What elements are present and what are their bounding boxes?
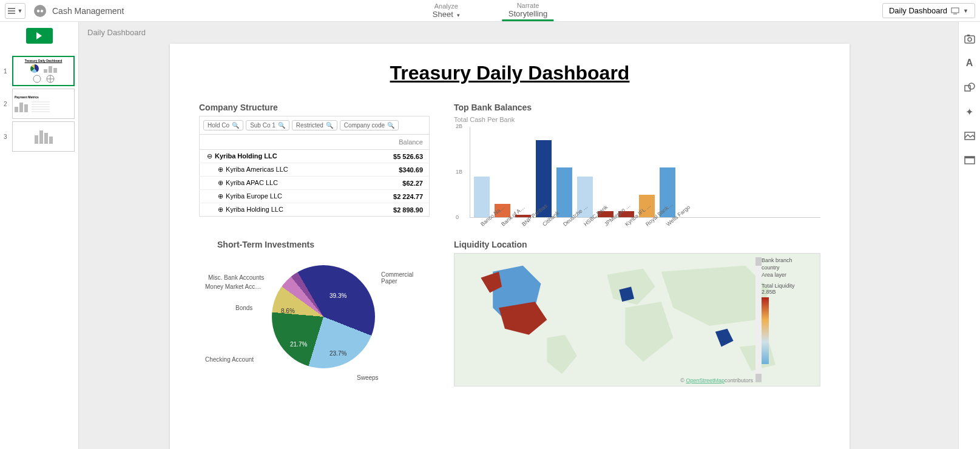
shapes-icon[interactable]: [964, 81, 976, 93]
top-bar: ▼ ●● Cash Management Analyze Sheet▾ Narr…: [0, 0, 980, 22]
search-icon: 🔍: [387, 122, 394, 129]
menu-button[interactable]: ▼: [5, 3, 25, 19]
company-structure-table: Balance ⊖ Kyriba Holding LLC$5 526.63⊕ K…: [199, 134, 430, 217]
tab-hint: Analyze: [434, 2, 458, 10]
tool-rail: A ✦: [958, 22, 980, 449]
pie-slice-pct: 21.7%: [290, 341, 307, 348]
expand-icon[interactable]: ⊕: [217, 166, 224, 174]
panel-subtitle: Total Cash Per Bank: [454, 116, 820, 123]
table-row[interactable]: ⊕ Kyriba Holding LLC$2 898.90: [200, 203, 430, 217]
chevron-down-icon: ▾: [457, 12, 460, 18]
slide-panel: 1 Treasury Daily Dashboard 2 Paymen: [0, 22, 79, 449]
slide-thumb-2[interactable]: Payment Metrics: [12, 89, 75, 119]
short-term-investments-panel: Short-Term Investments Commercial PaperS…: [199, 240, 430, 387]
svg-point-5: [968, 38, 972, 41]
pie-slice-label: Sweeps: [357, 374, 379, 381]
expand-icon[interactable]: ⊕: [217, 206, 224, 214]
collapse-icon[interactable]: ⊖: [206, 152, 213, 160]
pie-slice-label: Commercial Paper: [381, 271, 417, 285]
table-row[interactable]: ⊕ Kyriba Americas LLC$340.69: [200, 163, 430, 177]
pie-slice-label: Misc. Bank Accounts: [208, 274, 264, 281]
col-balance: Balance: [359, 135, 430, 150]
y-tick: 0: [456, 214, 459, 220]
bar-x-labels: Banco Na…Bank of A…BNP ParibasCitibankDe…: [470, 218, 820, 224]
filter-bar: Hold Co🔍 Sub Co 1🔍 Restricted🔍 Company c…: [199, 116, 430, 134]
search-icon: 🔍: [232, 122, 239, 129]
search-icon: 🔍: [278, 122, 285, 129]
y-tick: 2B: [456, 123, 462, 129]
svg-rect-4: [965, 36, 975, 43]
text-icon[interactable]: A: [964, 57, 976, 69]
filter-subco1[interactable]: Sub Co 1🔍: [246, 120, 289, 130]
pie-slice-label: Money Market Acc…: [205, 283, 261, 290]
expand-icon[interactable]: ⊕: [217, 192, 224, 200]
tab-hint: Narrate: [517, 2, 539, 9]
table-row[interactable]: ⊕ Kyriba APAC LLC$62.27: [200, 177, 430, 190]
bar[interactable]: [556, 167, 572, 218]
media-icon[interactable]: [964, 130, 976, 142]
map[interactable]: Bank branch country Area layer Total Liq…: [454, 253, 820, 387]
pie-slice-pct: 8.6%: [281, 308, 295, 314]
mode-tabs: Analyze Sheet▾ Narrate Storytelling: [427, 0, 553, 21]
slide-number: 3: [4, 133, 10, 140]
map-scrollbar[interactable]: [755, 257, 762, 382]
map-attribution: © OpenStreetMapcontributors: [680, 377, 753, 383]
filter-holdco[interactable]: Hold Co🔍: [203, 120, 243, 130]
bar[interactable]: [474, 177, 490, 218]
top-bank-balances-panel: Top Bank Balances Total Cash Per Bank 0 …: [454, 103, 820, 224]
tab-label: Storytelling: [509, 9, 547, 18]
company-structure-panel: Company Structure Hold Co🔍 Sub Co 1🔍 Res…: [199, 103, 430, 224]
pie-graphic: [272, 265, 375, 368]
svg-rect-11: [965, 157, 975, 158]
slide-thumb-3[interactable]: [12, 121, 75, 152]
slide-number: 1: [4, 68, 10, 75]
tab-analyze[interactable]: Analyze Sheet▾: [427, 0, 466, 21]
sheet-icon[interactable]: [964, 154, 976, 166]
panel-title: Short-Term Investments: [217, 240, 430, 249]
pie-slice-pct: 39.3%: [329, 292, 346, 299]
legend-gradient: [762, 297, 769, 364]
expand-icon[interactable]: ⊕: [217, 179, 224, 187]
play-button[interactable]: [26, 28, 53, 44]
svg-point-8: [968, 83, 975, 89]
svg-rect-6: [967, 35, 970, 36]
table-row[interactable]: ⊕ Kyriba Europe LLC$2 224.77: [200, 190, 430, 203]
chevron-down-icon: ▼: [18, 8, 23, 14]
present-icon: [951, 7, 959, 15]
pie-slice-pct: 23.7%: [329, 350, 346, 357]
y-tick: 1B: [456, 169, 462, 175]
pie-chart: Commercial PaperSweepsChecking AccountBo…: [199, 253, 417, 387]
page-title: Treasury Daily Dashboard: [199, 62, 820, 84]
search-icon: 🔍: [326, 122, 333, 129]
slide-number: 2: [4, 101, 10, 107]
tab-narrate[interactable]: Narrate Storytelling: [502, 0, 553, 21]
table-row[interactable]: ⊖ Kyriba Holding LLC$5 526.63: [200, 150, 430, 163]
effects-icon[interactable]: ✦: [964, 106, 976, 118]
canvas: Daily Dashboard Treasury Daily Dashboard…: [79, 22, 958, 449]
map-legend: Bank branch country Area layer Total Liq…: [762, 257, 816, 382]
dashboard-selector[interactable]: Daily Dashboard ▼: [882, 3, 975, 18]
dashboard-label: Daily Dashboard: [889, 6, 947, 15]
filter-restricted[interactable]: Restricted🔍: [292, 120, 337, 130]
liquidity-location-panel: Liquidity Location: [454, 240, 820, 387]
panel-title: Company Structure: [199, 103, 430, 112]
panel-title: Liquidity Location: [454, 240, 820, 249]
filter-companycode[interactable]: Company code🔍: [340, 120, 399, 130]
slide: Treasury Daily Dashboard Company Structu…: [170, 44, 850, 449]
osm-link[interactable]: OpenStreetMap: [686, 377, 725, 383]
svg-point-1: [33, 75, 41, 83]
chevron-down-icon: ▼: [963, 8, 968, 14]
panel-title: Top Bank Balances: [454, 103, 820, 112]
svg-rect-0: [951, 8, 959, 13]
pie-slice-label: Bonds: [235, 305, 252, 311]
snapshot-icon[interactable]: [964, 33, 976, 45]
app-title: Cash Management: [52, 6, 124, 16]
breadcrumb: Daily Dashboard: [87, 28, 146, 37]
pie-slice-label: Checking Account: [205, 356, 254, 363]
hamburger-icon: [8, 8, 15, 14]
tab-label: Sheet: [433, 10, 453, 19]
app-icon: ●●: [34, 5, 46, 17]
slide-thumb-1[interactable]: Treasury Daily Dashboard: [12, 56, 75, 86]
